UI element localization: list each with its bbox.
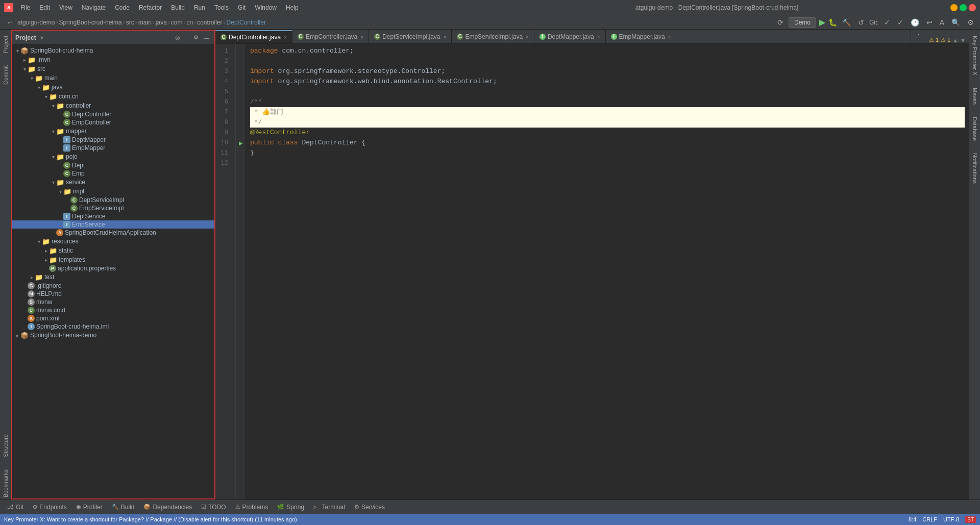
tree-item[interactable]: Cmvnw.cmd (12, 306, 214, 314)
folder-expand-arrow[interactable]: ▸ (43, 247, 49, 254)
folder-expand-arrow[interactable]: ▸ (21, 57, 28, 63)
folder-expand-arrow[interactable]: ▾ (50, 154, 56, 160)
tab-close-button[interactable]: × (444, 34, 447, 40)
tree-item[interactable]: ▾📁src (12, 64, 214, 73)
tree-item[interactable]: IEmpMapper (12, 144, 214, 152)
code-content[interactable]: package com.cn.controller; import org.sp… (246, 44, 969, 499)
menu-tools[interactable]: Tools (210, 3, 233, 12)
run-gutter-icon[interactable]: ▶ (236, 138, 246, 148)
folder-expand-arrow[interactable]: ▸ (14, 332, 20, 338)
editor-tab[interactable]: CDeptServiceImpl.java× (369, 30, 452, 43)
panel-locate-btn[interactable]: ◎ (173, 33, 182, 42)
folder-expand-arrow[interactable]: ▾ (36, 84, 42, 90)
tree-item[interactable]: ▾📁resources (12, 237, 214, 246)
menu-git[interactable]: Git (234, 3, 250, 12)
translate-button[interactable]: A (938, 17, 946, 28)
bottom-tab-services[interactable]: ⚙Services (350, 503, 389, 512)
folder-expand-arrow[interactable]: ▾ (50, 128, 56, 134)
build-button[interactable]: 🔨 (840, 17, 853, 28)
tree-item[interactable]: ▸📁.mvn (12, 55, 214, 64)
tree-item[interactable]: Smvnw (12, 298, 214, 306)
bottom-tab-endpoints[interactable]: ⊕Endpoints (29, 503, 70, 512)
sidebar-item-commit[interactable]: Commit (2, 63, 10, 87)
tree-item[interactable]: IDeptMapper (12, 136, 214, 144)
sidebar-item-maven[interactable]: Maven (971, 86, 979, 107)
tree-item[interactable]: ▸📦SpringBoot-heima-demo (12, 331, 214, 340)
close-button[interactable]: × (969, 4, 976, 11)
menu-edit[interactable]: Edit (35, 3, 54, 12)
tab-close-button[interactable]: × (668, 34, 671, 40)
tree-item[interactable]: ▸📁static (12, 246, 214, 255)
sidebar-item-structure[interactable]: Structure (2, 432, 10, 459)
menu-refactor[interactable]: Refactor (135, 3, 166, 12)
tree-item[interactable]: ▾📁java (12, 83, 214, 92)
bottom-tab-build[interactable]: 🔨Build (108, 503, 139, 512)
tree-item[interactable]: MHELP.md (12, 290, 214, 298)
folder-expand-arrow[interactable]: ▾ (50, 103, 56, 109)
git-check1[interactable]: ✓ (882, 17, 892, 28)
tree-item[interactable]: ▾📁pojo (12, 152, 214, 161)
tree-item[interactable]: ▾📁impl (12, 187, 214, 196)
bottom-tab-spring[interactable]: 🌿Spring (273, 503, 308, 512)
editor-tab[interactable]: CDeptController.java× (215, 30, 292, 43)
scroll-down[interactable]: ▼ (960, 37, 966, 43)
bottom-tab-dependencies[interactable]: 📦Dependencies (139, 503, 196, 512)
breadcrumb-part-8[interactable]: DeptController (227, 19, 266, 26)
tree-item[interactable]: ISpringBoot-crud-heima.iml (12, 322, 214, 331)
folder-expand-arrow[interactable]: ▸ (43, 257, 49, 263)
tab-close-button[interactable]: × (360, 34, 363, 40)
git-check2[interactable]: ✓ (895, 17, 905, 28)
tree-item[interactable]: ▾📁service (12, 178, 214, 187)
debug-button[interactable]: 🐛 (828, 18, 837, 27)
tree-item[interactable]: ▾📦SpringBoot-crud-heima (12, 46, 214, 55)
tree-item[interactable]: ▾📁mapper (12, 127, 214, 136)
editor-tab[interactable]: IEmpMapper.java× (606, 30, 677, 43)
tree-item[interactable]: G.gitignore (12, 282, 214, 290)
reload-button[interactable]: ↺ (856, 17, 866, 28)
scroll-up[interactable]: ▲ (952, 37, 958, 43)
bottom-tab-profiler[interactable]: ◉Profiler (72, 503, 107, 512)
tree-item[interactable]: ▾📁main (12, 73, 214, 83)
sidebar-item-key-promoter[interactable]: Key Promoter X (971, 34, 979, 78)
settings-button[interactable]: ⚙ (965, 17, 976, 28)
editor-tab[interactable]: IDeptMapper.java× (534, 30, 606, 43)
bottom-tab-git[interactable]: ⎇Git (3, 503, 28, 512)
git-clock[interactable]: 🕐 (909, 17, 921, 28)
tree-item[interactable]: ▸📁templates (12, 255, 214, 264)
tab-close-button[interactable]: × (526, 34, 529, 40)
search-everywhere[interactable]: 🔍 (949, 17, 962, 28)
menu-navigate[interactable]: Navigate (78, 3, 110, 12)
menu-view[interactable]: View (55, 3, 77, 12)
sidebar-item-bookmarks[interactable]: Bookmarks (2, 467, 10, 499)
minimize-button[interactable]: – (950, 4, 958, 11)
tree-item[interactable]: CEmpServiceImpl (12, 204, 214, 212)
folder-expand-arrow[interactable]: ▾ (29, 75, 35, 81)
menu-code[interactable]: Code (111, 3, 134, 12)
breadcrumb-part-7[interactable]: controller (197, 19, 222, 26)
run-button[interactable]: ▶ (819, 17, 825, 27)
folder-expand-arrow[interactable]: ▾ (57, 188, 63, 194)
breadcrumb-part-6[interactable]: cn (187, 19, 193, 26)
tree-item[interactable]: ▾📁com.cn (12, 92, 214, 101)
editor-tab[interactable]: CEmpController.java× (292, 30, 369, 43)
menu-build[interactable]: Build (167, 3, 189, 12)
tab-close-button[interactable]: × (284, 35, 287, 40)
demo-dropdown[interactable]: Demo (789, 17, 816, 28)
sidebar-item-notifications[interactable]: Notifications (971, 151, 979, 186)
maximize-button[interactable]: □ (960, 4, 967, 11)
folder-expand-arrow[interactable]: ▸ (29, 274, 35, 280)
breadcrumb-part-0[interactable]: atguigu-demo (17, 19, 55, 26)
panel-close-btn[interactable]: — (202, 33, 211, 42)
editor-tab[interactable]: CEmpServiceImpl.java× (452, 30, 534, 43)
tab-more-button[interactable]: ⋮ (914, 32, 923, 41)
tree-item[interactable]: ▾📁controller (12, 101, 214, 110)
menu-help[interactable]: Help (282, 3, 303, 12)
sidebar-item-project[interactable]: Project (2, 34, 10, 55)
breadcrumb-part-3[interactable]: main (138, 19, 152, 26)
breadcrumb-part-4[interactable]: java (156, 19, 167, 26)
tree-item[interactable]: IDeptService (12, 212, 214, 220)
tree-item[interactable]: CDept (12, 161, 214, 169)
tree-item[interactable]: Papplication.properties (12, 264, 214, 272)
folder-expand-arrow[interactable]: ▾ (43, 93, 49, 99)
breadcrumb-part-5[interactable]: com (171, 19, 183, 26)
